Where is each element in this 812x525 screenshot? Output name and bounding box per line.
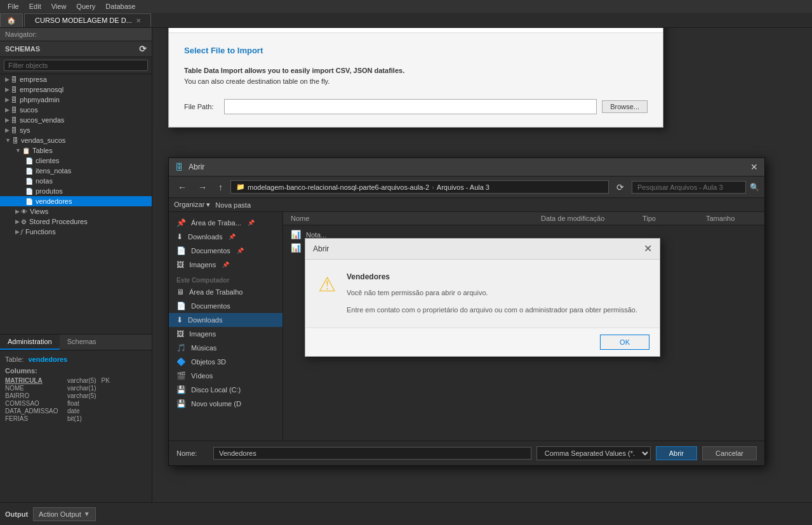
fb-sidebar: 📌 Área de Traba... 📌 ⬇ SCHEMAS Downloads… [169, 212, 283, 441]
tabbar: 🏠 CURSO MODELAGEM DE D... ✕ [0, 13, 812, 28]
import-heading: Select File to Import [184, 46, 648, 55]
music-icon: 🎵 [176, 343, 186, 352]
import-content: Select File to Import Table Data Import … [169, 33, 663, 127]
fb-search-input[interactable] [632, 181, 746, 194]
tree-vendas-sucos[interactable]: ▼🗄vendas_sucos [0, 135, 152, 145]
area-trab-icon: 📌 [176, 218, 186, 227]
tab-main[interactable]: CURSO MODELAGEM DE D... ✕ [24, 13, 151, 27]
tree-vendedores[interactable]: 📄vendedores [0, 196, 152, 206]
fb-sidebar-disk-c[interactable]: 💾 Disco Local (C:) [169, 383, 283, 397]
col-matricula: MATRICULA varchar(5) PK [5, 377, 147, 384]
navigator-header: Navigator: [0, 28, 152, 41]
breadcrumb-sep: › [432, 183, 434, 191]
warning-icon: ⚠ [318, 272, 336, 296]
tree-tables[interactable]: ▼📋Tables [0, 145, 152, 156]
bottom-tabs: Administration Schemas [0, 334, 152, 350]
fb-sidebar-3d[interactable]: 🔷 Objetos 3D [169, 355, 283, 369]
import-description: Table Data Import allows you to easily i… [184, 65, 648, 86]
tree-sucos-vendas[interactable]: ▶🗄sucos_vendas [0, 115, 152, 125]
organize-label[interactable]: Organizar ▾ [174, 201, 210, 209]
fb-type-select[interactable]: Comma Separated Values (*.csv [536, 446, 651, 460]
tree-notas[interactable]: 📄notas [0, 176, 152, 186]
fb-sidebar-docs[interactable]: 📄 Documentos [169, 299, 283, 313]
pin-icon: 📌 [248, 220, 255, 226]
fb-sidebar-music[interactable]: 🎵 Músicas [169, 341, 283, 355]
breadcrumb-icon: 📁 [236, 183, 245, 191]
3d-icon: 🔷 [176, 357, 186, 366]
tree-views[interactable]: ▶👁Views [0, 206, 152, 216]
fb-sidebar-desktop[interactable]: 🖥 Área de Trabalho [169, 285, 283, 299]
schema-tree: ▶🗄empresa ▶🗄empresanosql ▶🗄phpmyadmin ▶🗄… [0, 74, 152, 334]
error-text: Vendedores Você não tem permissão para a… [347, 272, 647, 315]
fb-sidebar-downloads-pin[interactable]: ⬇ SCHEMAS Downloads 📌 [169, 230, 283, 244]
docs-pin-icon: 📄 [176, 246, 186, 255]
disk-d-icon: 💾 [176, 399, 186, 408]
error-dialog: Abrir ✕ ⚠ Vendedores Você não tem permis… [305, 238, 660, 357]
tab-administration[interactable]: Administration [0, 335, 60, 350]
docs-icon: 📄 [176, 302, 186, 310]
fb-sidebar-images[interactable]: 🖼 Imagens [169, 327, 283, 341]
schemas-label: SCHEMAS ⟳ [0, 41, 152, 57]
error-close-button[interactable]: ✕ [644, 244, 652, 254]
tree-phpmyadmin[interactable]: ▶🗄phpmyadmin [0, 95, 152, 105]
filter-box [0, 57, 152, 74]
file-path-input[interactable] [224, 99, 597, 114]
tab-schemas[interactable]: Schemas [60, 335, 104, 350]
menu-database[interactable]: Database [100, 1, 140, 11]
downloads-pin-icon: ⬇ [176, 232, 183, 241]
fb-sidebar-docs-pin[interactable]: 📄 Documentos 📌 [169, 244, 283, 258]
fb-sidebar-videos[interactable]: 🎬 Vídeos [169, 369, 283, 383]
tree-clientes[interactable]: 📄clientes [0, 156, 152, 166]
images-pin-icon: 🖼 [176, 260, 184, 269]
fb-col-headers: Nome Data de modificação Tipo Tamanho [283, 212, 764, 225]
action-output-tab[interactable]: Action Output ▼ [33, 507, 96, 521]
fb-refresh-button[interactable]: ⟳ [613, 181, 628, 194]
schemas-icon[interactable]: ⟳ [139, 44, 147, 54]
info-panel: Table: vendedores Columns: MATRICULA var… [0, 350, 152, 502]
tree-produtos[interactable]: 📄produtos [0, 186, 152, 196]
fb-open-button[interactable]: Abrir [656, 446, 697, 460]
menubar: File Edit View Query Database [0, 0, 812, 13]
error-titlebar: Abrir ✕ [305, 239, 660, 260]
fb-sidebar-images-pin[interactable]: 🖼 Imagens 📌 [169, 258, 283, 272]
menu-view[interactable]: View [46, 1, 72, 11]
fb-cancel-button[interactable]: Cancelar [702, 446, 757, 460]
col-nome: NOMEvarchar(1) [5, 385, 147, 392]
fb-close-button[interactable]: ✕ [750, 162, 758, 172]
downloads-icon: ⬇ [176, 316, 183, 324]
fb-back-button[interactable]: ← [174, 181, 190, 194]
file-excel-icon-2: 📊 [291, 243, 301, 253]
tree-itens-notas[interactable]: 📄itens_notas [0, 166, 152, 176]
menu-query[interactable]: Query [71, 1, 100, 11]
fb-name-input[interactable] [213, 447, 531, 460]
tree-stored-procedures[interactable]: ▶⚙Stored Procedures [0, 216, 152, 227]
fb-breadcrumb: 📁 modelagem-banco-relacional-nosql-parte… [230, 180, 609, 194]
file-path-row: File Path: Browse... [184, 99, 648, 114]
tab-close-icon[interactable]: ✕ [136, 17, 141, 24]
disk-c-icon: 💾 [176, 385, 186, 394]
col-comissao: COMISSAOfloat [5, 400, 147, 407]
tab-home[interactable]: 🏠 [0, 13, 23, 27]
tree-functions[interactable]: ▶𝑓Functions [0, 227, 152, 237]
fb-sidebar-downloads[interactable]: ⬇ Downloads [169, 313, 283, 327]
menu-file[interactable]: File [3, 1, 24, 11]
col-ferias: FERIASbit(1) [5, 415, 147, 422]
tree-empresanosql[interactable]: ▶🗄empresanosql [0, 84, 152, 95]
browse-button[interactable]: Browse... [602, 100, 648, 113]
output-bar: Output Action Output ▼ [0, 502, 812, 525]
tree-sucos[interactable]: ▶🗄sucos [0, 105, 152, 115]
fb-sidebar-disk-d[interactable]: 💾 Novo volume (D [169, 397, 283, 411]
tree-sys[interactable]: ▶🗄sys [0, 125, 152, 135]
fb-up-button[interactable]: ↑ [215, 181, 227, 194]
navigator: Navigator: SCHEMAS ⟳ ▶🗄empresa ▶🗄empresa… [0, 28, 152, 502]
tree-empresa[interactable]: ▶🗄empresa [0, 74, 152, 84]
fb-forward-button[interactable]: → [194, 181, 211, 194]
fb-sidebar-area-trab[interactable]: 📌 Área de Traba... 📌 [169, 216, 283, 230]
output-dropdown-icon[interactable]: ▼ [84, 510, 90, 517]
new-folder-label[interactable]: Nova pasta [215, 201, 251, 209]
filter-input[interactable] [4, 60, 148, 71]
videos-icon: 🎬 [176, 371, 186, 380]
ok-button[interactable]: OK [600, 335, 649, 350]
menu-edit[interactable]: Edit [24, 1, 46, 11]
fb-sidebar-section-computer: Este Computador [169, 272, 283, 285]
